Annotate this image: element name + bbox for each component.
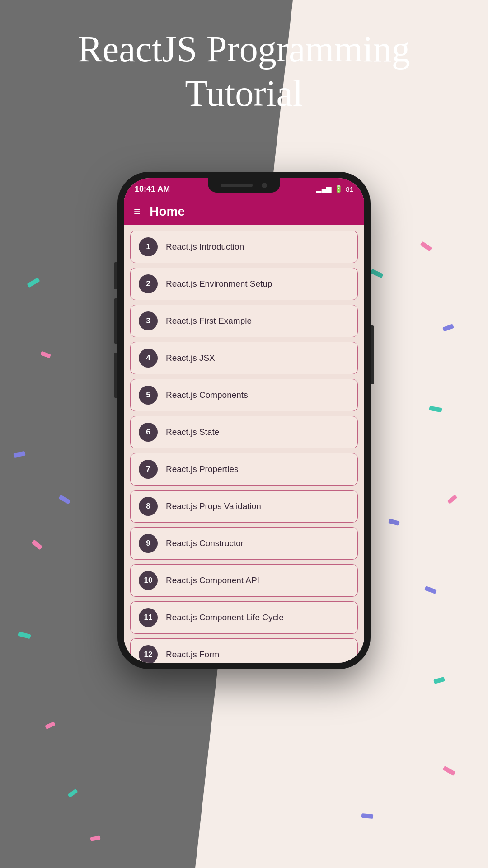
battery-icon: 🔋 <box>334 185 343 193</box>
item-label: React.js State <box>166 427 219 437</box>
item-number: 10 <box>139 571 158 590</box>
item-label: React.js Constructor <box>166 538 244 548</box>
phone-speaker <box>221 184 253 187</box>
item-label: React.js Component Life Cycle <box>166 613 284 623</box>
tutorial-item[interactable]: 8React.js Props Validation <box>130 490 358 523</box>
item-number: 8 <box>139 497 158 516</box>
tutorial-item[interactable]: 2React.js Environment Setup <box>130 268 358 300</box>
item-number: 3 <box>139 311 158 330</box>
phone-button-vol-up <box>114 298 117 344</box>
tutorial-list: 1React.js Introduction2React.js Environm… <box>124 225 364 663</box>
page-title-line2: Tutorial <box>36 71 452 116</box>
tutorial-item[interactable]: 3React.js First Example <box>130 305 358 337</box>
phone-button-vol-down <box>114 353 117 398</box>
item-number: 2 <box>139 274 158 293</box>
battery-level: 81 <box>346 185 353 193</box>
item-label: React.js Component API <box>166 576 259 585</box>
item-label: React.js Properties <box>166 464 239 474</box>
item-number: 5 <box>139 386 158 405</box>
tutorial-item[interactable]: 7React.js Properties <box>130 453 358 486</box>
item-label: React.js JSX <box>166 353 215 363</box>
hamburger-menu-icon[interactable]: ≡ <box>134 205 141 219</box>
tutorial-item[interactable]: 10React.js Component API <box>130 564 358 597</box>
item-label: React.js Components <box>166 390 248 400</box>
item-label: React.js First Example <box>166 316 252 326</box>
app-header-title: Home <box>150 204 185 219</box>
phone-notch <box>208 178 280 193</box>
phone-button-power <box>371 326 374 384</box>
item-label: React.js Introduction <box>166 242 244 252</box>
tutorial-item[interactable]: 5React.js Components <box>130 379 358 411</box>
item-number: 9 <box>139 534 158 553</box>
status-time: 10:41 AM <box>135 184 170 194</box>
item-number: 12 <box>139 645 158 663</box>
item-number: 1 <box>139 237 158 256</box>
item-number: 4 <box>139 349 158 368</box>
item-number: 6 <box>139 423 158 442</box>
page-title: ReactJS Programming <box>36 27 452 71</box>
tutorial-item[interactable]: 1React.js Introduction <box>130 231 358 263</box>
item-number: 11 <box>139 608 158 627</box>
tutorial-item[interactable]: 12React.js Form <box>130 638 358 663</box>
tutorial-item[interactable]: 4React.js JSX <box>130 342 358 374</box>
phone-button-mute <box>114 262 117 289</box>
tutorial-item[interactable]: 6React.js State <box>130 416 358 448</box>
status-icons: ▂▄▆ 🔋 81 <box>316 185 353 193</box>
item-label: React.js Environment Setup <box>166 279 272 289</box>
phone-screen: 10:41 AM ▂▄▆ 🔋 81 ≡ Home 1React.js Intro… <box>124 178 364 663</box>
tutorial-item[interactable]: 9React.js Constructor <box>130 527 358 560</box>
signal-icon: ▂▄▆ <box>316 185 332 193</box>
page-title-area: ReactJS Programming Tutorial <box>0 27 488 116</box>
phone-camera <box>262 183 267 188</box>
item-number: 7 <box>139 460 158 479</box>
item-label: React.js Form <box>166 650 219 660</box>
item-label: React.js Props Validation <box>166 501 261 511</box>
tutorial-item[interactable]: 11React.js Component Life Cycle <box>130 601 358 634</box>
app-header: ≡ Home <box>124 198 364 225</box>
phone-device: 10:41 AM ▂▄▆ 🔋 81 ≡ Home 1React.js Intro… <box>117 172 371 669</box>
phone-wrapper: 10:41 AM ▂▄▆ 🔋 81 ≡ Home 1React.js Intro… <box>117 172 371 669</box>
